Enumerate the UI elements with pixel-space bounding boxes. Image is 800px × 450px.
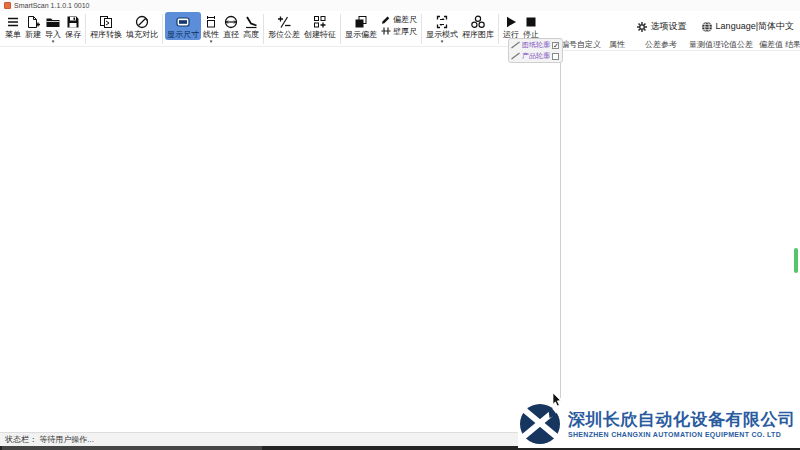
program-convert-label: 程序转换 bbox=[90, 30, 122, 39]
height-icon bbox=[243, 13, 259, 30]
height-button[interactable]: 高度 bbox=[241, 12, 261, 40]
menu-button[interactable]: 菜单 bbox=[3, 12, 23, 40]
stop-square-icon bbox=[523, 13, 539, 30]
import-dropdown-caret: ▾ bbox=[52, 39, 55, 43]
program-library-icon bbox=[470, 13, 486, 30]
plus-minus-tolerance-icon bbox=[276, 13, 292, 30]
deviation-ruler-button[interactable]: 偏差尺 bbox=[381, 14, 417, 24]
new-button[interactable]: 新建 bbox=[23, 12, 43, 40]
company-name-en: SHENZHEN CHANGXIN AUTOMATION EQUIPMENT C… bbox=[568, 431, 796, 438]
language-label: Language|简体中文 bbox=[716, 20, 794, 33]
app-icon bbox=[4, 2, 11, 9]
show-size-button[interactable]: 显示尺寸 bbox=[165, 12, 201, 40]
product-contour-checkbox[interactable] bbox=[552, 53, 559, 60]
save-label: 保存 bbox=[65, 30, 81, 39]
column-header: 编号 bbox=[561, 39, 577, 50]
toolbar-divider bbox=[340, 14, 341, 44]
run-button[interactable]: 运行 bbox=[501, 12, 521, 40]
diameter-icon bbox=[223, 13, 239, 30]
product-contour-label: 产品轮廓 bbox=[522, 52, 550, 60]
toolbar-divider bbox=[162, 14, 163, 44]
program-convert-icon bbox=[98, 13, 114, 30]
language-button[interactable]: Language|简体中文 bbox=[701, 20, 794, 33]
deviation-ruler-label: 偏差尺 bbox=[393, 15, 417, 24]
menu-icon bbox=[5, 13, 21, 30]
wall-thickness-label: 壁厚尺 bbox=[393, 27, 417, 36]
wall-thickness-button[interactable]: 壁厚尺 bbox=[381, 26, 417, 36]
program-library-label: 程序图库 bbox=[462, 30, 494, 39]
mouse-cursor bbox=[552, 392, 563, 407]
diameter-label: 直径 bbox=[223, 30, 239, 39]
show-deviation-icon bbox=[353, 13, 369, 30]
status-text: 状态栏： 等待用户操作... bbox=[5, 434, 94, 445]
drawing-contour-label: 图纸轮廓 bbox=[522, 41, 550, 49]
fill-compare-label: 填充对比 bbox=[126, 30, 158, 39]
column-header: 理论值 bbox=[713, 39, 737, 50]
create-feature-label: 创建特征 bbox=[304, 30, 336, 39]
column-header: 公差参考 bbox=[645, 39, 689, 50]
linear-dimension-icon bbox=[203, 13, 219, 30]
horizontal-scrollbar-thumb[interactable] bbox=[2, 446, 262, 450]
menu-label: 菜单 bbox=[5, 30, 21, 39]
display-mode-loop-icon bbox=[434, 13, 450, 30]
column-header: 偏差值 bbox=[759, 39, 785, 50]
toolbar-divider bbox=[263, 14, 264, 44]
contour-legend-panel: 图纸轮廓 ✓ 产品轮廓 bbox=[508, 38, 563, 63]
wall-thickness-icon bbox=[381, 26, 391, 36]
create-feature-icon bbox=[312, 13, 328, 30]
show-size-label: 显示尺寸 bbox=[167, 30, 199, 39]
legend-row[interactable]: 产品轮廓 bbox=[511, 51, 560, 61]
program-library-button[interactable]: 程序图库 bbox=[460, 12, 496, 40]
column-header: 结果 bbox=[785, 39, 800, 50]
linear-dropdown-caret: ▾ bbox=[210, 39, 213, 43]
options-settings-button[interactable]: 选项设置 bbox=[636, 20, 687, 33]
results-panel: 编号自定义属性公差参考量测值理论值公差偏差值结果 bbox=[561, 38, 800, 432]
diameter-button[interactable]: 直径 bbox=[221, 12, 241, 40]
linear-button[interactable]: 线性 ▾ bbox=[201, 12, 221, 44]
toolbar-divider bbox=[85, 14, 86, 44]
gear-icon bbox=[636, 21, 648, 33]
column-header: 量测值 bbox=[689, 39, 713, 50]
title-bar: SmartScan 1.1.0.1 0010 bbox=[0, 0, 800, 11]
create-feature-button[interactable]: 创建特征 bbox=[302, 12, 338, 40]
drawing-contour-checkbox[interactable]: ✓ bbox=[552, 42, 559, 49]
company-logo-text: 深圳长欣自动化设备有限公司 SHENZHEN CHANGXIN AUTOMATI… bbox=[568, 408, 796, 438]
display-mode-button[interactable]: 显示模式 ▾ bbox=[424, 12, 460, 44]
legend-row[interactable]: 图纸轮廓 ✓ bbox=[511, 40, 560, 50]
options-settings-label: 选项设置 bbox=[651, 20, 687, 33]
import-button[interactable]: 导入 ▾ bbox=[43, 12, 63, 44]
save-button[interactable]: 保存 bbox=[63, 12, 83, 40]
toolbar-divider bbox=[498, 14, 499, 44]
table-header-row: 编号自定义属性公差参考量测值理论值公差偏差值结果 bbox=[561, 38, 800, 51]
fill-compare-button[interactable]: 填充对比 bbox=[124, 12, 160, 40]
show-deviation-button[interactable]: 显示偏差 bbox=[343, 12, 379, 40]
save-floppy-icon bbox=[65, 13, 81, 30]
ruler-button-stack: 偏差尺 壁厚尺 bbox=[379, 12, 419, 38]
toolbar-right-group: 选项设置 Language|简体中文 bbox=[636, 20, 794, 33]
toolbar-divider bbox=[421, 14, 422, 44]
workspace-canvas[interactable] bbox=[0, 47, 560, 432]
contour-line-icon bbox=[511, 41, 520, 49]
form-tolerance-button[interactable]: 形位公差 bbox=[266, 12, 302, 40]
display-mode-dropdown-caret: ▾ bbox=[441, 39, 444, 43]
run-play-icon bbox=[503, 13, 519, 30]
import-folder-icon bbox=[45, 13, 61, 30]
column-header: 属性 bbox=[609, 39, 645, 50]
pencil-icon bbox=[381, 14, 391, 24]
vertical-scrollbar-thumb[interactable] bbox=[794, 248, 798, 273]
column-header: 自定义 bbox=[577, 39, 609, 50]
show-size-icon bbox=[175, 13, 191, 30]
show-deviation-label: 显示偏差 bbox=[345, 30, 377, 39]
stop-button[interactable]: 停止 bbox=[521, 12, 541, 40]
new-label: 新建 bbox=[25, 30, 41, 39]
column-header: 公差 bbox=[737, 39, 759, 50]
form-tolerance-label: 形位公差 bbox=[268, 30, 300, 39]
new-document-icon bbox=[25, 13, 41, 30]
globe-icon bbox=[701, 21, 713, 33]
contour-line-icon bbox=[511, 52, 520, 60]
window-title: SmartScan 1.1.0.1 0010 bbox=[14, 2, 90, 9]
program-convert-button[interactable]: 程序转换 bbox=[88, 12, 124, 40]
height-label: 高度 bbox=[243, 30, 259, 39]
fill-compare-icon bbox=[134, 13, 150, 30]
company-name-cn: 深圳长欣自动化设备有限公司 bbox=[568, 408, 796, 431]
